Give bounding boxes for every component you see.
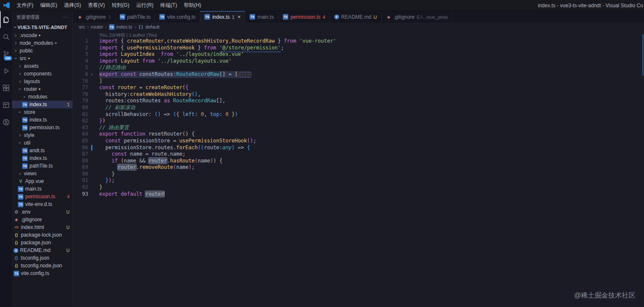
tree-item-modules[interactable]: ›modules bbox=[12, 93, 72, 101]
tab-permission.ts[interactable]: TSpermission.ts4 bbox=[279, 11, 330, 23]
code-line-91[interactable]: 91 }); bbox=[73, 177, 644, 184]
gutter-decoration bbox=[88, 111, 99, 118]
code-line-88[interactable]: 88 if (name && router.hasRoute(name)) { bbox=[73, 158, 644, 165]
tree-item-index.ts[interactable]: TSindex.ts bbox=[12, 116, 72, 124]
tree-item-node_modules[interactable]: ›node_modules bbox=[12, 39, 72, 47]
tree-item-tsconfig.node.json[interactable]: {}tsconfig.node.json bbox=[12, 262, 72, 269]
tree-item-store[interactable]: ›store bbox=[12, 108, 72, 116]
account-icon[interactable] bbox=[0, 113, 12, 130]
code-line-85[interactable]: 85 const permissionStore = usePermission… bbox=[73, 138, 644, 145]
breadcrumb-item-default[interactable]: [ ]default bbox=[138, 24, 159, 30]
tab-main.ts[interactable]: TSmain.ts bbox=[245, 11, 279, 23]
code-token bbox=[161, 98, 164, 104]
code-line-89[interactable]: 89 router.removeRoute(name); bbox=[73, 164, 644, 171]
close-icon[interactable]: × bbox=[238, 14, 241, 20]
menu-item[interactable]: 查看(V) bbox=[84, 0, 108, 11]
more-actions-icon[interactable]: ··· bbox=[62, 14, 68, 20]
tree-item-package.json[interactable]: {}package.json bbox=[12, 239, 72, 246]
code-line-93[interactable]: 93export default router bbox=[73, 191, 644, 198]
tree-item-.gitignore[interactable]: ◆.gitignore bbox=[12, 216, 72, 223]
tree-item-assets[interactable]: ›assets bbox=[12, 62, 72, 70]
code-token: } bbox=[195, 45, 204, 51]
tab-index.ts[interactable]: TSindex.ts1× bbox=[200, 11, 245, 23]
search-icon[interactable] bbox=[0, 28, 12, 45]
menu-item[interactable]: 文件(F) bbox=[13, 0, 37, 11]
tree-item-README.md[interactable]: iREADME.mdU bbox=[12, 246, 72, 254]
extensions-icon[interactable] bbox=[0, 79, 12, 96]
code-line-79[interactable]: 79 routes:constRoutes as RouteRecordRaw[… bbox=[73, 98, 644, 104]
tree-item-main.ts[interactable]: TSmain.ts bbox=[12, 185, 72, 193]
menu-item[interactable]: 帮助(H) bbox=[181, 0, 205, 11]
tab-pathTile.ts[interactable]: TSpathTile.ts bbox=[115, 11, 155, 23]
fold-icon[interactable]: › bbox=[90, 71, 93, 78]
tree-item-label: public bbox=[20, 48, 33, 54]
tree-item-public[interactable]: ›public bbox=[12, 47, 72, 55]
tree-item-.env[interactable]: ⚙.envU bbox=[12, 208, 72, 216]
tree-item-index.ts[interactable]: TSindex.ts bbox=[12, 154, 72, 162]
tree-item-components[interactable]: ›components bbox=[12, 70, 72, 78]
tree-item-permission.ts[interactable]: TSpermission.ts4 bbox=[12, 193, 72, 200]
code-line-86[interactable]: 86 permissionStore.routes.forEach((route… bbox=[73, 145, 644, 151]
remote-explorer-icon[interactable] bbox=[0, 96, 12, 113]
code-line-80[interactable]: 80 // 刷新滚动 bbox=[73, 104, 644, 111]
code-line-2[interactable]: 2import { usePermissionStoreHook } from … bbox=[73, 45, 644, 52]
code-line-90[interactable]: 90 } bbox=[73, 171, 644, 178]
tree-item-vite.config.ts[interactable]: TSvite.config.ts bbox=[12, 269, 72, 277]
breadcrumb-item-router[interactable]: router bbox=[91, 24, 103, 29]
tree-item-layouts[interactable]: ›layouts bbox=[12, 78, 72, 85]
editor[interactable]: You, 2分钟前 | 1 author (You) 1import { cre… bbox=[73, 31, 644, 307]
code-token: 'vue-router' bbox=[299, 38, 336, 44]
tree-item-tsconfig.json[interactable]: {}tsconfig.json bbox=[12, 254, 72, 262]
run-debug-icon[interactable] bbox=[0, 62, 12, 79]
breadcrumb-item-index.ts[interactable]: TSindex.ts bbox=[109, 24, 132, 30]
tree-item-index.html[interactable]: <>index.htmlU bbox=[12, 223, 72, 231]
code-line-76[interactable]: 76] bbox=[73, 78, 644, 85]
code-line-83[interactable]: 83// 路由重置 bbox=[73, 125, 644, 131]
source-control-icon[interactable]: 10K bbox=[0, 45, 12, 62]
code-token bbox=[118, 51, 121, 57]
tree-item-util[interactable]: ›util bbox=[12, 139, 72, 147]
menu-item[interactable]: 选择(S) bbox=[60, 0, 84, 11]
code-line-1[interactable]: 1import { createRouter,createWebHashHist… bbox=[73, 38, 644, 45]
tree-item-pathTile.ts[interactable]: TSpathTile.ts bbox=[12, 162, 72, 170]
tree-item-App.vue[interactable]: VApp.vue bbox=[12, 177, 72, 185]
code-line-78[interactable]: 78 history:createWebHashHistory(), bbox=[73, 91, 644, 98]
code-line-5[interactable]: 5//静态路由 bbox=[73, 64, 644, 71]
code-token: = bbox=[170, 138, 179, 144]
tree-item-vite-env.d.ts[interactable]: TSvite-env.d.ts bbox=[12, 200, 72, 208]
tree-item-andt.ts[interactable]: TSandt.ts bbox=[12, 147, 72, 154]
menu-item[interactable]: 终端(T) bbox=[157, 0, 180, 11]
tree-item-router[interactable]: ›router bbox=[12, 85, 72, 93]
code-line-92[interactable]: 92} bbox=[73, 184, 644, 191]
code-line-4[interactable]: 4import Layout from '../layouts/layouts.… bbox=[73, 58, 644, 65]
tree-item-src[interactable]: ›src bbox=[12, 55, 72, 62]
code-line-87[interactable]: 87 const name = route.name; bbox=[73, 151, 644, 158]
tab-.gitignore[interactable]: ◆.gitignore.\ bbox=[73, 11, 115, 23]
explorer-icon[interactable] bbox=[0, 11, 12, 28]
tree-item-views[interactable]: ›views bbox=[12, 170, 72, 177]
code-line-6[interactable]: 6›export const constRoutes:RouteRecordRa… bbox=[73, 71, 644, 78]
project-root-row[interactable]: › VUE3-TS-VITE-ADNDT bbox=[12, 23, 72, 32]
menu-item[interactable]: 编辑(E) bbox=[37, 0, 60, 11]
tree-item-index.ts[interactable]: TSindex.ts1 bbox=[12, 101, 72, 108]
tree-item-label: main.ts bbox=[25, 186, 42, 192]
code-token: : bbox=[219, 111, 225, 117]
tree-item-permission.ts[interactable]: TSpermission.ts bbox=[12, 124, 72, 131]
json-icon: {} bbox=[14, 263, 19, 269]
tab-README.md[interactable]: iREADME.mdU bbox=[330, 11, 382, 23]
tree-item-package-lock.json[interactable]: {}package-lock.json bbox=[12, 231, 72, 239]
code-token: route bbox=[152, 151, 167, 157]
codelens-annotation[interactable]: You, 2分钟前 | 1 author (You) bbox=[73, 32, 644, 38]
tree-item-style[interactable]: ›style bbox=[12, 131, 72, 139]
code-line-81[interactable]: 81 scrollBehavior: () => ({ left: 0, top… bbox=[73, 111, 644, 118]
breadcrumb-item-src[interactable]: src bbox=[79, 24, 85, 29]
code-line-3[interactable]: 3import LayoutIndex from '../layouts/ind… bbox=[73, 51, 644, 58]
tab-vite.config.ts[interactable]: TSvite.config.ts bbox=[155, 11, 200, 23]
code-line-82[interactable]: 82}) bbox=[73, 118, 644, 125]
code-line-77[interactable]: 77const router = createRouter({ bbox=[73, 84, 644, 91]
menu-item[interactable]: 运行(R) bbox=[133, 0, 157, 11]
tree-item-.vscode[interactable]: ›.vscode bbox=[12, 32, 72, 39]
menu-item[interactable]: 转到(G) bbox=[108, 0, 132, 11]
tab-.gitignore[interactable]: ◆.gitignoreE:\...\vue_pinia bbox=[382, 11, 452, 23]
code-line-84[interactable]: 84export function resetRouter() { bbox=[73, 131, 644, 138]
